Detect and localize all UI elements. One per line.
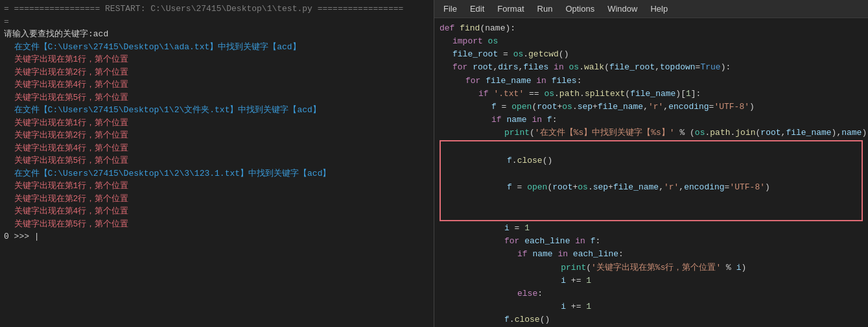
menu-format[interactable]: Format (491, 1, 530, 16)
code-line-9: print('在文件【%s】中找到关键字【%s】' % (os.path.joi… (440, 127, 863, 139)
code-line-11: f = open(root+os.sep+file_name,'r',encod… (442, 181, 860, 194)
terminal-restart-line: = ================= RESTART: C:\Users\27… (4, 3, 430, 16)
code-line-10: f.close() (442, 154, 860, 167)
menu-edit[interactable]: Edit (463, 1, 491, 16)
code-line-4: for root,dirs,files in os.walk(file_root… (440, 61, 863, 74)
code-line-3: file_root = os.getcwd() (440, 48, 863, 61)
terminal-panel: = ================= RESTART: C:\Users\27… (0, 0, 434, 327)
menu-file[interactable]: File (437, 1, 463, 16)
code-line-1: def find(name): (440, 22, 863, 35)
terminal-keyword-line: 关键字出现在第2行，第个位置 (4, 66, 430, 79)
code-area[interactable]: def find(name): import os file_root = os… (434, 18, 868, 327)
menu-options[interactable]: Options (559, 1, 601, 16)
terminal-keyword-line: 关键字出现在第2行，第个位置 (4, 129, 430, 142)
terminal-input-prompt: 请输入要查找的关键字:acd (4, 28, 430, 41)
code-line-14: if name in each_line: (440, 248, 863, 261)
terminal-prompt: 0 >>> | (4, 230, 430, 243)
code-line-17: else: (440, 287, 863, 300)
code-line-8: if name in f: (440, 114, 863, 127)
terminal-found-file-1: 在文件【C:\Users\27415\Desktop\1\ada.txt】中找到… (4, 41, 430, 54)
code-line-2: import os (440, 35, 863, 48)
terminal-keyword-line: 关键字出现在第1行，第个位置 (4, 180, 430, 193)
code-line-18: i += 1 (440, 300, 863, 313)
code-line-16: i += 1 (440, 274, 863, 287)
code-line-6: if '.txt' == os.path.splitext(file_name)… (440, 88, 863, 101)
menu-help[interactable]: Help (644, 1, 674, 16)
code-line-5: for file_name in files: (440, 75, 863, 88)
menu-bar: File Edit Format Run Options Window Help (434, 0, 868, 18)
terminal-found-file-3: 在文件【C:\Users\27415\Desktop\1\2\3\123.1.t… (4, 167, 430, 180)
terminal-line: = (4, 16, 430, 29)
terminal-keyword-line: 关键字出现在第4行，第个位置 (4, 142, 430, 155)
terminal-keyword-line: 关键字出现在第2行，第个位置 (4, 193, 430, 206)
code-line-12: i = 1 (440, 222, 863, 235)
terminal-keyword-line: 关键字出现在第1行，第个位置 (4, 53, 430, 66)
terminal-found-file-2: 在文件【C:\Users\27415\Desktop\1\2\文件夹.txt】中… (4, 104, 430, 117)
terminal-keyword-line: 关键字出现在第1行，第个位置 (4, 117, 430, 130)
code-line-19: f.close() (440, 313, 863, 326)
terminal-keyword-line: 关键字出现在第5行，第个位置 (4, 154, 430, 167)
code-line-15: print('关键字出现在第%s行，第个位置' % i) (440, 261, 863, 274)
terminal-keyword-line: 关键字出现在第4行，第个位置 (4, 79, 430, 91)
code-line-13: for each_line in f: (440, 235, 863, 248)
menu-run[interactable]: Run (531, 1, 559, 16)
code-editor-panel: File Edit Format Run Options Window Help… (434, 0, 868, 327)
terminal-keyword-line: 关键字出现在第4行，第个位置 (4, 205, 430, 218)
code-line-7: f = open(root+os.sep+file_name,'r',encod… (440, 101, 863, 114)
code-highlight-box: f.close() f = open(root+os.sep+file_name… (440, 140, 863, 221)
menu-window[interactable]: Window (601, 1, 644, 16)
terminal-keyword-line: 关键字出现在第5行，第个位置 (4, 218, 430, 231)
terminal-keyword-line: 关键字出现在第5行，第个位置 (4, 91, 430, 104)
